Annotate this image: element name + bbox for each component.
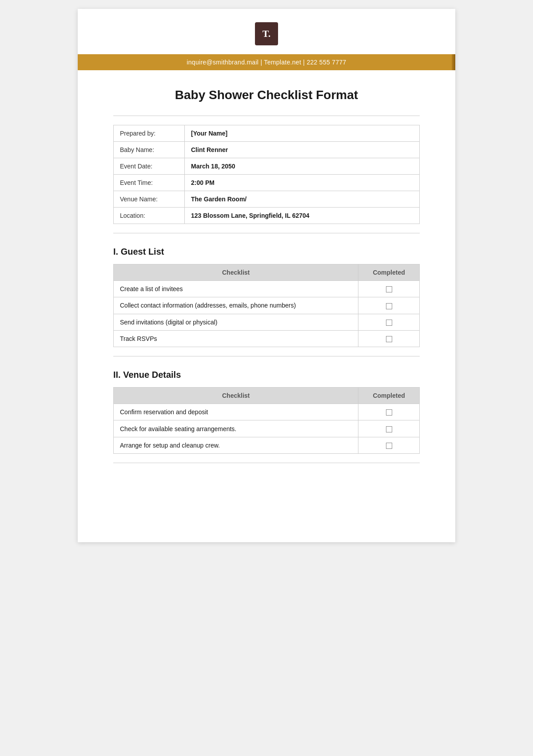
- section-title-0: I. Guest List: [113, 247, 420, 257]
- info-table: Prepared by: [Your Name] Baby Name: Clin…: [113, 125, 420, 224]
- completed-cell[interactable]: [358, 420, 420, 437]
- info-row: Prepared by: [Your Name]: [114, 125, 420, 142]
- checklist-col-header: Checklist: [114, 388, 358, 404]
- checklist-item-text: Check for available seating arrangements…: [114, 420, 358, 437]
- completed-cell[interactable]: [358, 297, 420, 314]
- checklist-col-header: Checklist: [114, 264, 358, 281]
- info-value: [Your Name]: [185, 125, 420, 142]
- info-label: Baby Name:: [114, 142, 185, 158]
- divider-1: [113, 116, 420, 116]
- checkbox-icon[interactable]: [386, 443, 392, 449]
- completed-cell[interactable]: [358, 404, 420, 420]
- info-row: Baby Name: Clint Renner: [114, 142, 420, 158]
- info-row: Venue Name: The Garden Room/: [114, 191, 420, 208]
- checklist-item-text: Track RSVPs: [114, 330, 358, 347]
- checkbox-icon[interactable]: [386, 286, 392, 292]
- info-value: March 18, 2050: [185, 158, 420, 175]
- checklist-header: Checklist Completed: [114, 388, 420, 404]
- section-title-1: II. Venue Details: [113, 370, 420, 380]
- checklist-item-text: Create a list of invitees: [114, 281, 358, 297]
- completed-cell[interactable]: [358, 437, 420, 453]
- section-0: I. Guest List Checklist Completed Create…: [113, 247, 420, 356]
- main-content: Baby Shower Checklist Format Prepared by…: [78, 70, 455, 490]
- checkbox-icon[interactable]: [386, 303, 392, 309]
- checkbox-icon[interactable]: [386, 320, 392, 326]
- logo-section: T.: [78, 9, 455, 54]
- checklist-row: Create a list of invitees: [114, 281, 420, 297]
- header-bar: inquire@smithbrand.mail | Template.net |…: [78, 54, 455, 70]
- checklist-row: Collect contact information (addresses, …: [114, 297, 420, 314]
- info-label: Location:: [114, 208, 185, 224]
- section-divider-1: [113, 463, 420, 463]
- info-row: Event Date: March 18, 2050: [114, 158, 420, 175]
- info-label: Event Date:: [114, 158, 185, 175]
- info-value: The Garden Room/: [185, 191, 420, 208]
- checkbox-icon[interactable]: [386, 426, 392, 432]
- completed-col-header: Completed: [358, 388, 420, 404]
- section-divider-0: [113, 356, 420, 356]
- checklist-item-text: Collect contact information (addresses, …: [114, 297, 358, 314]
- completed-col-header: Completed: [358, 264, 420, 281]
- document-title: Baby Shower Checklist Format: [113, 88, 420, 102]
- checklist-item-text: Arrange for setup and cleanup crew.: [114, 437, 358, 453]
- checklist-table-1: Checklist Completed Confirm reservation …: [113, 387, 420, 454]
- info-label: Event Time:: [114, 175, 185, 191]
- info-value: Clint Renner: [185, 142, 420, 158]
- checklist-table-0: Checklist Completed Create a list of inv…: [113, 264, 420, 347]
- checklist-row: Check for available seating arrangements…: [114, 420, 420, 437]
- completed-cell[interactable]: [358, 281, 420, 297]
- section-1: II. Venue Details Checklist Completed Co…: [113, 370, 420, 463]
- divider-2: [113, 233, 420, 233]
- checklist-row: Track RSVPs: [114, 330, 420, 347]
- info-label: Venue Name:: [114, 191, 185, 208]
- checklist-header: Checklist Completed: [114, 264, 420, 281]
- checklist-row: Arrange for setup and cleanup crew.: [114, 437, 420, 453]
- contact-info: inquire@smithbrand.mail | Template.net |…: [187, 59, 346, 66]
- info-value: 123 Blossom Lane, Springfield, IL 62704: [185, 208, 420, 224]
- completed-cell[interactable]: [358, 330, 420, 347]
- info-label: Prepared by:: [114, 125, 185, 142]
- info-value: 2:00 PM: [185, 175, 420, 191]
- logo-text: T.: [263, 28, 271, 40]
- completed-cell[interactable]: [358, 314, 420, 330]
- page: T. inquire@smithbrand.mail | Template.ne…: [78, 9, 455, 542]
- checklist-row: Send invitations (digital or physical): [114, 314, 420, 330]
- checklist-row: Confirm reservation and deposit: [114, 404, 420, 420]
- checkbox-icon[interactable]: [386, 336, 392, 342]
- checkbox-icon[interactable]: [386, 409, 392, 416]
- checklist-item-text: Confirm reservation and deposit: [114, 404, 358, 420]
- info-row: Location: 123 Blossom Lane, Springfield,…: [114, 208, 420, 224]
- info-row: Event Time: 2:00 PM: [114, 175, 420, 191]
- logo-box: T.: [255, 22, 278, 45]
- checklist-item-text: Send invitations (digital or physical): [114, 314, 358, 330]
